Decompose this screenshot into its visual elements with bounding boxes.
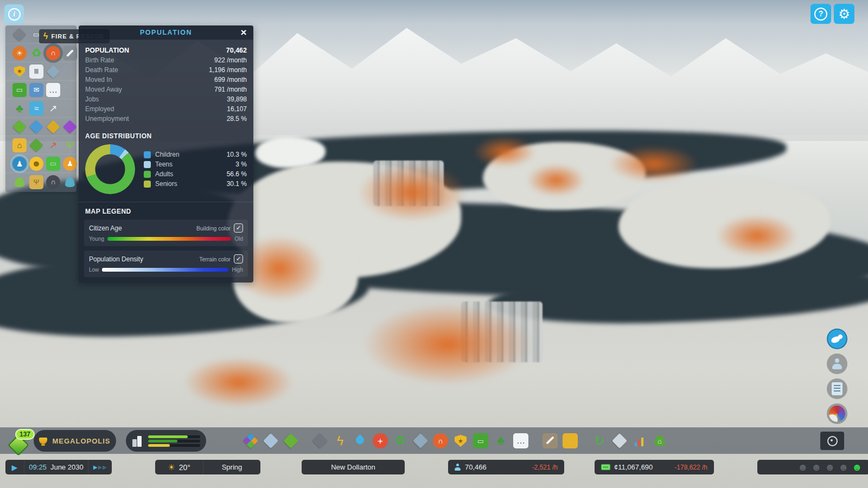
roads-tool[interactable] — [312, 433, 328, 448]
game-date: June 2030 — [50, 463, 84, 471]
healthcare-tool[interactable]: + — [373, 433, 388, 448]
happiness-infoview-glyph: ☻ — [32, 159, 41, 168]
progress-fill — [148, 440, 177, 442]
economy-infoview-icon[interactable]: ▭ — [46, 157, 60, 171]
post-infoview-glyph: ✉ — [34, 86, 40, 93]
money-icon — [601, 464, 610, 470]
play-pause-button[interactable]: ▶ — [5, 460, 24, 474]
shovel-tool[interactable] — [542, 433, 558, 448]
education-tool[interactable] — [413, 433, 428, 448]
economy-infoview-glyph: ▭ — [50, 160, 56, 167]
photo-mode-button[interactable] — [820, 432, 844, 450]
city-cluster-decoration — [163, 347, 315, 418]
communications-tool[interactable]: … — [513, 433, 528, 448]
noise-infoview-icon[interactable]: ∩ — [46, 175, 60, 189]
speed-button[interactable]: ▶ ▶ ▶ — [88, 460, 112, 474]
fire-service-tool[interactable]: ∩ — [433, 433, 448, 448]
infoviews-button[interactable]: i — [4, 4, 24, 24]
tool-group-management: ↻⌂ — [592, 433, 667, 448]
water-map-icon[interactable] — [29, 120, 43, 134]
noise-infoview-glyph: ∩ — [50, 178, 55, 185]
zones-tool[interactable] — [243, 433, 258, 448]
electricity-tool[interactable]: ϟ — [333, 433, 348, 448]
heating-infoview-icon[interactable]: ☀ — [12, 46, 27, 60]
parks-tool[interactable]: ♣ — [493, 433, 508, 448]
districts-tool[interactable] — [263, 433, 278, 448]
police-infoview-icon[interactable]: ★ — [12, 65, 27, 79]
police-tool[interactable]: ★ — [453, 433, 468, 448]
population-display[interactable]: 70,466 -2,521 /h — [448, 460, 564, 474]
help-button[interactable]: ? — [810, 4, 831, 24]
farming-infoview-icon[interactable]: Ψ — [29, 175, 43, 189]
season-display: Spring — [203, 460, 260, 474]
groundwater-infoview-icon[interactable] — [63, 175, 77, 189]
post-infoview-icon[interactable]: ✉ — [29, 83, 43, 97]
garbage-infoview-icon[interactable]: ♻ — [29, 46, 43, 60]
terrain-height-infoview-icon[interactable] — [12, 175, 27, 189]
close-button[interactable]: × — [237, 26, 250, 39]
settings-button[interactable]: ⚙ — [834, 4, 854, 24]
residential-infoview-icon[interactable]: ⌂ — [12, 138, 27, 152]
stat-value: 922 /month — [214, 56, 247, 64]
police-infoview-glyph: ★ — [17, 68, 22, 74]
infoview-row: ★Ⅲ — [5, 62, 76, 81]
scale-max-label: Old — [234, 236, 243, 242]
fire-rescue-infoview-icon[interactable]: ∩ — [46, 46, 60, 60]
water-infoview-icon[interactable]: ≈ — [29, 101, 43, 115]
radio-button[interactable] — [827, 403, 847, 424]
stat-label: Jobs — [85, 95, 227, 103]
legend-name: Citizen Age — [89, 224, 196, 232]
chirper-button[interactable] — [827, 329, 847, 349]
communications-infoview-icon[interactable]: … — [46, 83, 60, 97]
resources-infoview-icon[interactable]: Ψ — [63, 138, 77, 152]
toggle-label: Terrain color — [199, 256, 231, 262]
infoview-row: ♣≈↗ — [5, 99, 76, 118]
parks-infoview-icon[interactable]: ♣ — [12, 101, 27, 115]
bulldozer-tool[interactable] — [563, 433, 578, 448]
parks-glyph: ♣ — [497, 435, 505, 447]
statistics-tool[interactable] — [632, 433, 647, 448]
education-infoview-icon[interactable] — [46, 65, 60, 79]
growth-infoview-icon[interactable]: ↗ — [46, 138, 60, 152]
temperature-value: 20° — [179, 463, 190, 472]
milestone-button[interactable]: MEGALOPOLIS — [34, 430, 116, 452]
terrain-color-checkbox[interactable]: ✓ — [234, 254, 243, 264]
happiness-infoview-icon[interactable]: ☻ — [29, 157, 43, 171]
time-controls: ▶ 09:25 June 2030 ▶ ▶ ▶ — [5, 460, 112, 474]
zoning-map-icon[interactable] — [46, 120, 60, 134]
garbage-tool[interactable]: ♻ — [393, 433, 408, 448]
transport-tool[interactable]: ▭ — [473, 433, 488, 448]
districts-map-icon[interactable] — [63, 120, 77, 134]
economy-tool[interactable]: ↻ — [592, 433, 607, 448]
stat-value: 28.5 % — [227, 115, 247, 123]
demand-progress[interactable] — [126, 430, 206, 452]
roads-infoview-icon[interactable] — [12, 28, 27, 42]
city-name-display[interactable]: New Dollarton — [302, 460, 405, 474]
stat-row: Employed16,107 — [85, 104, 247, 114]
xp-level-badge[interactable]: 137 — [8, 431, 31, 453]
workplaces-infoview-icon[interactable]: ♟ — [63, 157, 77, 171]
scale-min-label: Young — [89, 236, 104, 242]
scale-min-label: Low — [89, 267, 99, 273]
journal-button[interactable] — [827, 378, 847, 399]
city-info-tool[interactable]: ⌂ — [652, 433, 667, 448]
city-info-glyph: ⌂ — [658, 438, 662, 445]
happiness-meter[interactable]: ☻☻☻☻☻ — [757, 460, 868, 474]
maintenance-infoview-icon[interactable] — [63, 46, 77, 60]
stat-label: Unemployment — [85, 115, 227, 123]
citizens-button[interactable] — [827, 354, 847, 374]
terrain-map-icon[interactable] — [12, 120, 27, 134]
transport-infoview-glyph: ▭ — [16, 86, 23, 93]
production-tool[interactable] — [612, 433, 627, 448]
routes-infoview-icon[interactable]: ↗ — [46, 101, 60, 115]
administration-infoview-icon[interactable]: Ⅲ — [29, 65, 43, 79]
land-value-infoview-icon[interactable] — [29, 138, 43, 152]
population-infoview-icon[interactable]: ♟ — [12, 157, 27, 171]
building-color-checkbox[interactable]: ✓ — [234, 223, 243, 233]
water-tool[interactable] — [353, 433, 368, 448]
age-legend-row: Teens3 % — [144, 159, 247, 169]
money-display[interactable]: ¢11,067,690 -178,622 /h — [595, 460, 714, 474]
transport-infoview-icon[interactable]: ▭ — [12, 83, 27, 97]
terrain-tool[interactable] — [283, 433, 298, 448]
game-screen: i ? ⚙ ▭ϟ☀♻∩★Ⅲ▭✉…♣≈↗⌂↗Ψ♟☻▭♟Ψ∩ ϟ FIRE & RE… — [0, 0, 868, 488]
